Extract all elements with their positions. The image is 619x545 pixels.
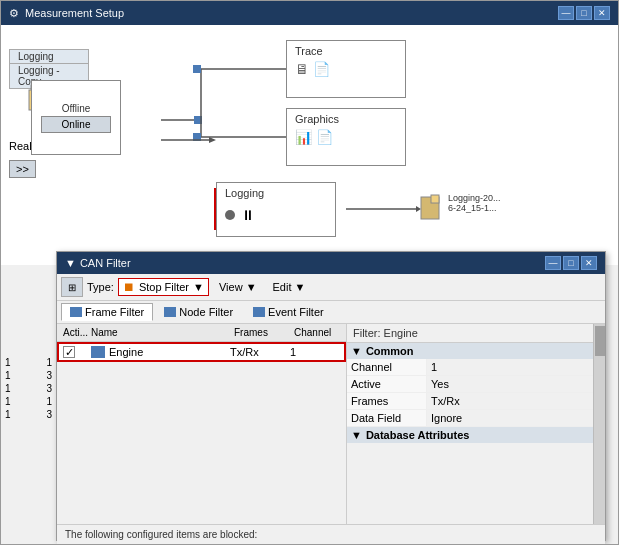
can-close-button[interactable]: ✕ [581, 256, 597, 270]
title-icon: ⚙ [9, 7, 19, 20]
channel-cell: 1 [290, 346, 340, 358]
col-header-name: Name [89, 326, 232, 339]
can-maximize-button[interactable]: □ [563, 256, 579, 270]
stop-filter-icon: ⏹ [123, 280, 135, 294]
prop-value-channel: 1 [427, 359, 441, 375]
main-window-title: Measurement Setup [25, 7, 124, 19]
prop-value-frames: Tx/Rx [427, 393, 464, 409]
prop-name-active: Active [347, 376, 427, 392]
title-bar-left: ⚙ Measurement Setup [9, 7, 124, 20]
prop-name-datafield: Data Field [347, 410, 427, 426]
db-attributes-header[interactable]: ▼ Database Attributes [347, 427, 593, 443]
tab-node-label: Node Filter [179, 306, 233, 318]
prop-value-datafield: Ignore [427, 410, 466, 426]
title-bar-controls: — □ ✕ [558, 6, 610, 20]
logging-title: Logging [225, 187, 327, 199]
database-icon [91, 346, 105, 358]
prop-row-active: Active Yes [347, 376, 593, 393]
minimize-button[interactable]: — [558, 6, 574, 20]
toolbar-row: ⊞ Type: ⏹ Stop Filter ▼ View ▼ Edit ▼ [57, 274, 605, 301]
tabs-row: Frame Filter Node Filter Event Filter [57, 301, 605, 324]
dropdown-arrow-icon: ▼ [193, 281, 204, 293]
maximize-button[interactable]: □ [576, 6, 592, 20]
prop-name-channel: Channel [347, 359, 427, 375]
prop-row-datafield: Data Field Ignore [347, 410, 593, 427]
scroll-thumb[interactable] [595, 326, 605, 356]
close-button[interactable]: ✕ [594, 6, 610, 20]
col-header-active: Acti... [61, 326, 89, 339]
filter-header: Filter: Engine [347, 324, 593, 343]
common-label: Common [366, 345, 414, 357]
db-attributes-label: Database Attributes [366, 429, 470, 441]
title-bar: ⚙ Measurement Setup — □ ✕ [1, 1, 618, 25]
logging-box: Logging ⏸ [216, 182, 336, 237]
trace-title: Trace [295, 45, 397, 57]
frames-cell: Tx/Rx [230, 346, 290, 358]
num-row-3: 13 [1, 382, 56, 395]
can-filter-funnel-icon: ▼ [65, 257, 76, 269]
type-dropdown[interactable]: ⏹ Stop Filter ▼ [118, 278, 209, 296]
node-filter-icon [164, 307, 176, 317]
col-header-frames: Frames [232, 326, 292, 339]
online-button[interactable]: Online [41, 116, 111, 133]
main-window: ⚙ Measurement Setup — □ ✕ Logging Loggin… [0, 0, 619, 545]
svg-rect-8 [193, 65, 201, 73]
svg-rect-11 [193, 133, 201, 141]
prop-row-frames: Frames Tx/Rx [347, 393, 593, 410]
tab-event-label: Event Filter [268, 306, 324, 318]
svg-marker-18 [416, 206, 421, 212]
svg-rect-19 [421, 197, 439, 219]
can-filter-title-bar: ▼ CAN Filter — □ ✕ [57, 252, 605, 274]
left-panel: Acti... Name Frames Channel ✓ Engine Tx/… [57, 324, 347, 524]
filter-content: Acti... Name Frames Channel ✓ Engine Tx/… [57, 324, 605, 524]
type-value: Stop Filter [139, 281, 189, 293]
graphics-box: Graphics 📊 📄 [286, 108, 406, 166]
num-row-2: 13 [1, 369, 56, 382]
num-row-1: 11 [1, 356, 56, 369]
bottom-area: The following configured items are block… [57, 524, 605, 545]
graphics-icons: 📊 📄 [295, 129, 397, 145]
logging-file-line1: Logging-20... [448, 193, 501, 203]
logging-file-text: Logging-20... 6-24_15-1... [448, 193, 501, 213]
logging-file-line2: 6-24_15-1... [448, 203, 501, 213]
edit-menu[interactable]: Edit ▼ [267, 279, 312, 295]
prop-row-channel: Channel 1 [347, 359, 593, 376]
arrow-button[interactable]: >> [9, 160, 36, 178]
real-label: Real [9, 140, 32, 152]
event-filter-icon [253, 307, 265, 317]
col-header-channel: Channel [292, 326, 342, 339]
tab-frame-filter[interactable]: Frame Filter [61, 303, 153, 321]
source-box: Offline Online [31, 80, 121, 155]
left-number-labels: 11 13 13 11 13 [1, 356, 56, 421]
logging-pause-icon: ⏸ [241, 207, 255, 223]
blocked-items-text: The following configured items are block… [65, 529, 597, 540]
group-collapse-icon: ▼ [351, 345, 362, 357]
num-row-5: 13 [1, 408, 56, 421]
offline-label: Offline [62, 103, 91, 114]
active-checkbox[interactable]: ✓ [63, 346, 75, 358]
svg-marker-14 [209, 137, 216, 143]
prop-value-active: Yes [427, 376, 453, 392]
scroll-bar[interactable] [593, 324, 605, 524]
graphics-chart-icon: 📊 [295, 129, 312, 145]
common-group-header[interactable]: ▼ Common [347, 343, 593, 359]
type-label: Type: [87, 281, 114, 293]
graphics-title: Graphics [295, 113, 397, 125]
toolbar-icon-button[interactable]: ⊞ [61, 277, 83, 297]
can-minimize-button[interactable]: — [545, 256, 561, 270]
tab-event-filter[interactable]: Event Filter [244, 303, 333, 321]
logging-dot-icon [225, 210, 235, 220]
db-collapse-icon: ▼ [351, 429, 362, 441]
svg-rect-5 [194, 116, 202, 124]
can-filter-title-text: CAN Filter [80, 257, 131, 269]
can-filter-window: ▼ CAN Filter — □ ✕ ⊞ Type: ⏹ Stop Filter… [56, 251, 606, 541]
view-menu[interactable]: View ▼ [213, 279, 263, 295]
prop-name-frames: Frames [347, 393, 427, 409]
table-row[interactable]: ✓ Engine Tx/Rx 1 [57, 342, 346, 362]
can-filter-title-left: ▼ CAN Filter [65, 257, 131, 269]
breadcrumb-logging[interactable]: Logging [9, 49, 89, 63]
table-header: Acti... Name Frames Channel [57, 324, 346, 342]
num-row-4: 11 [1, 395, 56, 408]
tab-node-filter[interactable]: Node Filter [155, 303, 242, 321]
graphics-doc-icon: 📄 [316, 129, 333, 145]
